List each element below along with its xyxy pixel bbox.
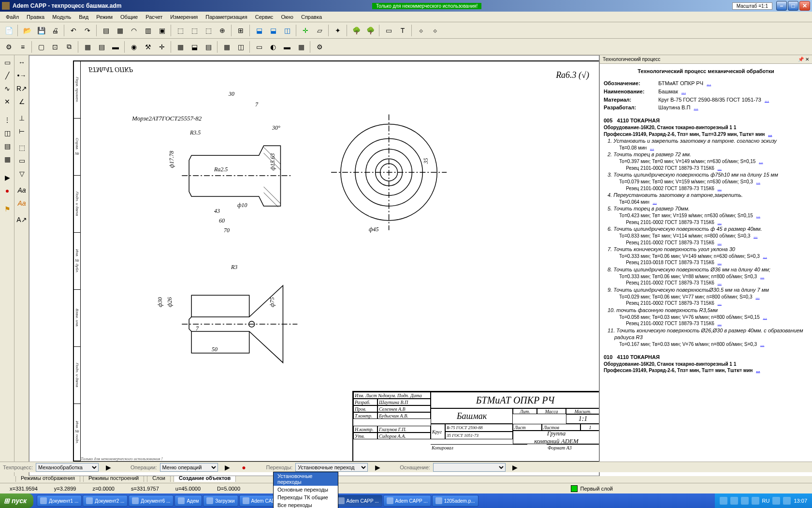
line-icon[interactable]: ╱ bbox=[1, 69, 14, 82]
op-link[interactable]: ... bbox=[768, 132, 772, 137]
taskbar-task[interactable]: Adem CAPP ... bbox=[383, 495, 431, 507]
param-link[interactable]: ... bbox=[760, 342, 764, 347]
menu-param[interactable]: Параметризация bbox=[202, 13, 251, 21]
label-icon[interactable]: А↗ bbox=[15, 213, 28, 226]
param-link[interactable]: ... bbox=[763, 314, 767, 320]
operacii-go-icon[interactable]: ▶ bbox=[221, 461, 234, 474]
dropdown-opt-1[interactable]: Основные переходы bbox=[274, 486, 338, 493]
node-icon[interactable]: ⋮ bbox=[1, 114, 14, 126]
coords-icon[interactable]: ✛ bbox=[155, 40, 169, 54]
tool-link[interactable]: ... bbox=[718, 280, 722, 285]
minimize-button[interactable]: – bbox=[776, 1, 787, 11]
meta-link[interactable]: ... bbox=[682, 89, 686, 94]
process-icon[interactable]: ⚙ bbox=[2, 40, 15, 54]
coord2-icon[interactable]: ⬓ bbox=[266, 24, 280, 37]
tune-icon[interactable]: ⚙ bbox=[313, 40, 326, 54]
menu-mode[interactable]: Режим bbox=[92, 13, 116, 21]
break-icon[interactable]: ◫ bbox=[1, 127, 14, 139]
dim-h-icon[interactable]: ↔ bbox=[15, 56, 28, 69]
tray-lang[interactable]: RU bbox=[762, 498, 770, 504]
dim-point-icon[interactable]: •→ bbox=[15, 69, 28, 82]
perehody-dropdown[interactable]: Установочные переходы Основные переходы … bbox=[273, 472, 338, 508]
meta-link[interactable]: ... bbox=[707, 80, 711, 86]
coord1-icon[interactable]: ⬓ bbox=[252, 24, 266, 37]
taskbar-task[interactable]: Adem CAPP ... bbox=[334, 495, 382, 507]
calc-icon[interactable]: ▤ bbox=[202, 40, 215, 54]
fit-icon[interactable]: ⬚ bbox=[15, 141, 28, 154]
cube3-icon[interactable]: ⬚ bbox=[202, 24, 215, 37]
tool-link[interactable]: ... bbox=[718, 220, 722, 225]
cube1-icon[interactable]: ⬚ bbox=[174, 24, 187, 37]
panel-body[interactable]: Технологический процесс механической обр… bbox=[600, 64, 812, 476]
open-icon[interactable]: 📂 bbox=[20, 24, 34, 37]
taskbar-task[interactable]: Документ2 ... bbox=[83, 495, 128, 507]
toggle-icon[interactable]: ◐ bbox=[266, 40, 280, 54]
meta-link[interactable]: ... bbox=[765, 97, 769, 103]
tool-link[interactable]: ... bbox=[718, 321, 722, 326]
squares-icon[interactable]: ▦ bbox=[1, 153, 14, 165]
tool-link[interactable]: ... bbox=[718, 186, 722, 191]
menu-measure[interactable]: Измерения bbox=[166, 13, 202, 21]
explode-icon[interactable]: ✦ bbox=[331, 24, 345, 37]
record-icon[interactable]: ● bbox=[1, 184, 14, 197]
operacii-select[interactable]: Меню операций bbox=[160, 463, 218, 472]
doc-icon[interactable]: ▢ bbox=[34, 40, 48, 54]
tehprocess-go-icon[interactable]: ▶ bbox=[102, 461, 115, 474]
menu-edit[interactable]: Правка bbox=[23, 13, 48, 21]
save-icon[interactable]: 💾 bbox=[34, 24, 48, 37]
cube2-icon[interactable]: ⬚ bbox=[188, 24, 201, 37]
panel-pin-icon[interactable]: 📌 bbox=[798, 57, 804, 62]
tray-icon[interactable] bbox=[720, 497, 727, 505]
palette-icon[interactable]: ▥ bbox=[141, 24, 155, 37]
osnash-go-icon[interactable]: ▶ bbox=[508, 461, 522, 474]
tab-build-modes[interactable]: Режимы построений bbox=[83, 474, 144, 482]
dropdown-opt-2[interactable]: Переходы ТК общие bbox=[274, 493, 338, 501]
print-icon[interactable]: 🖨 bbox=[48, 24, 62, 37]
dim-r-icon[interactable]: R↗ bbox=[15, 82, 28, 95]
curve-icon[interactable]: ∿ bbox=[1, 82, 14, 95]
drawing-canvas[interactable]: Перв. примен. Справ. № Подп. и дата Инв.… bbox=[29, 55, 599, 476]
menu-service[interactable]: Сервис bbox=[251, 13, 277, 21]
param-link[interactable]: ... bbox=[756, 213, 760, 218]
axis-x-icon[interactable]: ⊢ bbox=[15, 125, 28, 137]
element-icon[interactable]: ⟐ bbox=[414, 24, 428, 37]
menu-general[interactable]: Общие bbox=[116, 13, 142, 21]
tol-icon[interactable]: ▭ bbox=[15, 154, 28, 167]
panel-close-icon[interactable]: ✕ bbox=[805, 57, 809, 62]
arc-icon[interactable]: ◠ bbox=[127, 24, 141, 37]
menu-calc[interactable]: Расчет bbox=[142, 13, 166, 21]
list-icon[interactable]: ≡ bbox=[16, 40, 29, 54]
redo-icon[interactable]: ↷ bbox=[81, 24, 94, 37]
preview-icon[interactable]: ▦ bbox=[220, 40, 233, 54]
layers-icon[interactable]: ▤ bbox=[99, 24, 113, 37]
test-icon[interactable]: ▬ bbox=[109, 40, 122, 54]
taskbar-task[interactable]: 1205adem.p... bbox=[432, 495, 478, 507]
measure-icon[interactable]: ⊡ bbox=[48, 40, 62, 54]
menu-module[interactable]: Модуль bbox=[48, 13, 75, 21]
flag-icon[interactable]: ⚑ bbox=[1, 203, 14, 215]
text-a-icon[interactable]: Аа bbox=[15, 184, 28, 196]
menu-help[interactable]: Справка bbox=[297, 13, 326, 21]
axis-y-icon[interactable]: ⊥ bbox=[15, 112, 28, 124]
page-icon[interactable]: ▭ bbox=[382, 24, 395, 37]
undo-icon[interactable]: ↶ bbox=[67, 24, 80, 37]
datum-icon[interactable]: ▽ bbox=[15, 167, 28, 180]
tree1-icon[interactable]: 🌳 bbox=[349, 24, 363, 37]
dropdown-opt-3[interactable]: Все переходы bbox=[274, 501, 338, 508]
menu-window[interactable]: Окно bbox=[277, 13, 297, 21]
op-link[interactable]: ... bbox=[756, 368, 760, 373]
drill-icon[interactable]: ◉ bbox=[127, 40, 141, 54]
text-b-icon[interactable]: Аа bbox=[15, 197, 28, 209]
tab-display-modes[interactable]: Режимы отображения bbox=[15, 474, 80, 482]
osnash-select[interactable] bbox=[433, 463, 506, 472]
origin-icon[interactable]: ⊕ bbox=[216, 24, 229, 37]
tray-clock[interactable]: 13:07 bbox=[794, 498, 807, 504]
rect-icon[interactable]: ▭ bbox=[1, 56, 14, 69]
perehody-go-icon[interactable]: ▶ bbox=[371, 461, 384, 474]
tool-link[interactable]: ... bbox=[718, 300, 722, 306]
table-icon[interactable]: ▦ bbox=[174, 40, 187, 54]
tray-icon[interactable] bbox=[783, 497, 791, 505]
tray-icon[interactable] bbox=[752, 497, 759, 505]
screen-icon[interactable]: ▬ bbox=[280, 40, 294, 54]
tree2-icon[interactable]: 🌳 bbox=[363, 24, 377, 37]
